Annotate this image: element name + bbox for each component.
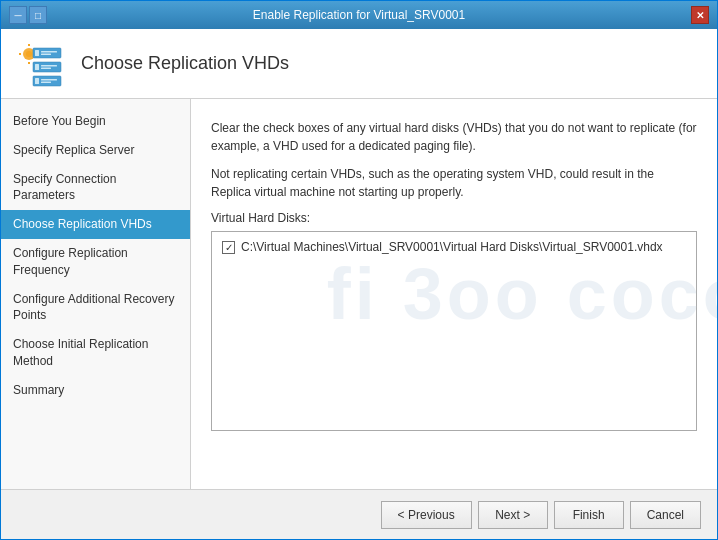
- svg-rect-7: [35, 50, 39, 56]
- svg-rect-16: [41, 79, 57, 81]
- vhd-checkbox[interactable]: [222, 241, 235, 254]
- svg-point-1: [26, 51, 32, 57]
- finish-button[interactable]: Finish: [554, 501, 624, 529]
- svg-rect-8: [41, 51, 57, 53]
- header-icon: [17, 40, 65, 88]
- maximize-button[interactable]: □: [29, 6, 47, 24]
- main-window: ─ □ Enable Replication for Virtual_SRV00…: [0, 0, 718, 540]
- content-area: Before You Begin Specify Replica Server …: [1, 99, 717, 489]
- minimize-button[interactable]: ─: [9, 6, 27, 24]
- vhd-list-box: C:\Virtual Machines\Virtual_SRV0001\Virt…: [211, 231, 697, 431]
- window-title: Enable Replication for Virtual_SRV0001: [69, 8, 649, 22]
- title-bar: ─ □ Enable Replication for Virtual_SRV00…: [1, 1, 717, 29]
- sidebar-item-specify-replica-server[interactable]: Specify Replica Server: [1, 136, 190, 165]
- previous-button[interactable]: < Previous: [381, 501, 472, 529]
- vhd-path: C:\Virtual Machines\Virtual_SRV0001\Virt…: [241, 240, 663, 254]
- vhd-label: Virtual Hard Disks:: [211, 211, 697, 225]
- svg-rect-17: [41, 81, 51, 83]
- cancel-button[interactable]: Cancel: [630, 501, 701, 529]
- main-panel: fi 3oo coco Clear the check boxes of any…: [191, 99, 717, 489]
- sidebar-item-summary[interactable]: Summary: [1, 376, 190, 405]
- description-text-1: Clear the check boxes of any virtual har…: [211, 119, 697, 155]
- sidebar-item-choose-initial-replication-method[interactable]: Choose Initial Replication Method: [1, 330, 190, 376]
- header: Choose Replication VHDs: [1, 29, 717, 99]
- svg-rect-12: [41, 65, 57, 67]
- sidebar: Before You Begin Specify Replica Server …: [1, 99, 191, 489]
- svg-rect-9: [41, 53, 51, 55]
- sidebar-item-specify-connection-parameters[interactable]: Specify Connection Parameters: [1, 165, 190, 211]
- footer: < Previous Next > Finish Cancel: [1, 489, 717, 539]
- svg-rect-13: [41, 67, 51, 69]
- svg-rect-11: [35, 64, 39, 70]
- sidebar-item-configure-additional-recovery-points[interactable]: Configure Additional Recovery Points: [1, 285, 190, 331]
- vhd-list-item[interactable]: C:\Virtual Machines\Virtual_SRV0001\Virt…: [218, 238, 690, 256]
- page-title: Choose Replication VHDs: [81, 53, 289, 74]
- close-button[interactable]: ✕: [691, 6, 709, 24]
- sidebar-item-before-you-begin[interactable]: Before You Begin: [1, 107, 190, 136]
- svg-rect-15: [35, 78, 39, 84]
- sidebar-item-choose-replication-vhds[interactable]: Choose Replication VHDs: [1, 210, 190, 239]
- sidebar-item-configure-replication-frequency[interactable]: Configure Replication Frequency: [1, 239, 190, 285]
- next-button[interactable]: Next >: [478, 501, 548, 529]
- description-text-2: Not replicating certain VHDs, such as th…: [211, 165, 697, 201]
